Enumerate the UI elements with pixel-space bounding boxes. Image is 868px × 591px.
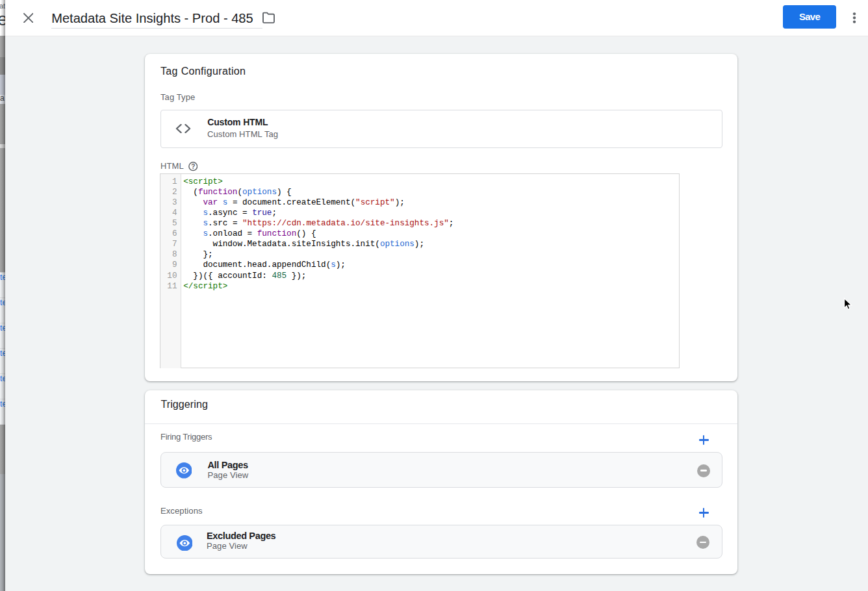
svg-text:?: ?: [191, 163, 195, 170]
